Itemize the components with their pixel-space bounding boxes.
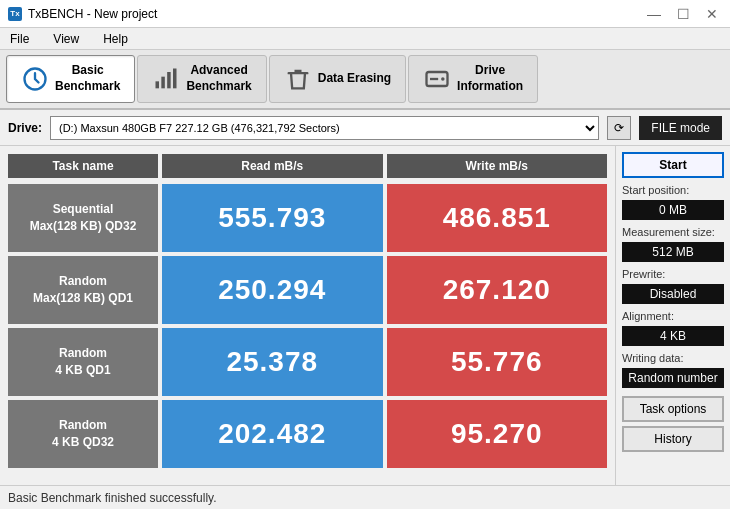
row-read-random-4kb-qd1: 25.378 [162, 328, 383, 396]
start-position-label: Start position: [622, 184, 724, 196]
menu-view[interactable]: View [47, 31, 85, 47]
drive-select[interactable]: (D:) Maxsun 480GB F7 227.12 GB (476,321,… [50, 116, 599, 140]
minimize-button[interactable]: — [643, 6, 665, 22]
svg-rect-4 [173, 69, 177, 89]
drive-information-icon [423, 65, 451, 93]
row-name-random-4kb-qd1: Random 4 KB QD1 [8, 328, 158, 396]
benchmark-area: Task name Read mB/s Write mB/s Sequentia… [0, 146, 615, 485]
toolbar: Basic Benchmark Advanced Benchmark Data … [0, 50, 730, 110]
close-button[interactable]: ✕ [702, 6, 722, 22]
drive-label: Drive: [8, 121, 42, 135]
menu-file[interactable]: File [4, 31, 35, 47]
menu-help[interactable]: Help [97, 31, 134, 47]
col-read: Read mB/s [162, 154, 383, 178]
title-bar: Tx TxBENCH - New project — ☐ ✕ [0, 0, 730, 28]
measurement-size-label: Measurement size: [622, 226, 724, 238]
window-controls[interactable]: — ☐ ✕ [643, 6, 722, 22]
row-read-sequential: 555.793 [162, 184, 383, 252]
drive-information-label: Drive Information [457, 63, 523, 94]
prewrite-value: Disabled [622, 284, 724, 304]
svg-rect-3 [168, 72, 172, 88]
writing-data-value: Random number [622, 368, 724, 388]
row-name-random-128-qd1: Random Max(128 KB) QD1 [8, 256, 158, 324]
title-bar-left: Tx TxBENCH - New project [8, 7, 157, 21]
history-button[interactable]: History [622, 426, 724, 452]
table-row: Sequential Max(128 KB) QD32 555.793 486.… [8, 184, 607, 252]
prewrite-label: Prewrite: [622, 268, 724, 280]
tab-advanced-benchmark[interactable]: Advanced Benchmark [137, 55, 266, 103]
row-write-sequential: 486.851 [387, 184, 608, 252]
svg-rect-2 [162, 77, 166, 89]
row-write-random-128-qd1: 267.120 [387, 256, 608, 324]
row-name-random-4kb-qd32: Random 4 KB QD32 [8, 400, 158, 468]
measurement-size-value: 512 MB [622, 242, 724, 262]
advanced-benchmark-icon [152, 65, 180, 93]
tab-basic-benchmark[interactable]: Basic Benchmark [6, 55, 135, 103]
benchmark-header: Task name Read mB/s Write mB/s [8, 154, 607, 178]
row-read-random-4kb-qd32: 202.482 [162, 400, 383, 468]
basic-benchmark-icon [21, 65, 49, 93]
table-row: Random 4 KB QD1 25.378 55.776 [8, 328, 607, 396]
menu-bar: File View Help [0, 28, 730, 50]
app-icon: Tx [8, 7, 22, 21]
maximize-button[interactable]: ☐ [673, 6, 694, 22]
tab-drive-information[interactable]: Drive Information [408, 55, 538, 103]
svg-rect-1 [156, 81, 160, 88]
start-button[interactable]: Start [622, 152, 724, 178]
basic-benchmark-label: Basic Benchmark [55, 63, 120, 94]
table-row: Random Max(128 KB) QD1 250.294 267.120 [8, 256, 607, 324]
svg-point-6 [441, 77, 445, 81]
data-erasing-icon [284, 65, 312, 93]
status-bar: Basic Benchmark finished successfully. [0, 485, 730, 509]
main-content: Task name Read mB/s Write mB/s Sequentia… [0, 146, 730, 485]
data-erasing-label: Data Erasing [318, 71, 391, 87]
right-panel: Start Start position: 0 MB Measurement s… [615, 146, 730, 485]
table-row: Random 4 KB QD32 202.482 95.270 [8, 400, 607, 468]
row-name-sequential: Sequential Max(128 KB) QD32 [8, 184, 158, 252]
drive-row: Drive: (D:) Maxsun 480GB F7 227.12 GB (4… [0, 110, 730, 146]
alignment-label: Alignment: [622, 310, 724, 322]
app-icon-text: Tx [10, 9, 19, 18]
task-options-button[interactable]: Task options [622, 396, 724, 422]
col-task-name: Task name [8, 154, 158, 178]
drive-refresh-button[interactable]: ⟳ [607, 116, 631, 140]
file-mode-button[interactable]: FILE mode [639, 116, 722, 140]
col-write: Write mB/s [387, 154, 608, 178]
alignment-value: 4 KB [622, 326, 724, 346]
tab-data-erasing[interactable]: Data Erasing [269, 55, 406, 103]
row-write-random-4kb-qd1: 55.776 [387, 328, 608, 396]
advanced-benchmark-label: Advanced Benchmark [186, 63, 251, 94]
status-message: Basic Benchmark finished successfully. [8, 491, 217, 505]
row-write-random-4kb-qd32: 95.270 [387, 400, 608, 468]
writing-data-label: Writing data: [622, 352, 724, 364]
app-title: TxBENCH - New project [28, 7, 157, 21]
start-position-value: 0 MB [622, 200, 724, 220]
row-read-random-128-qd1: 250.294 [162, 256, 383, 324]
